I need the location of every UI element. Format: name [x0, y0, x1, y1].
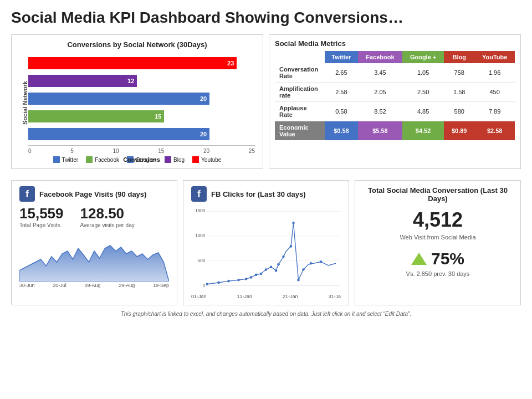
svg-text:0: 0	[203, 283, 206, 288]
metrics-header-cell: Facebook	[358, 51, 402, 63]
svg-point-18	[270, 265, 273, 268]
metrics-header-cell: Twitter	[325, 51, 358, 63]
svg-point-19	[275, 269, 278, 272]
bar-row: 23	[28, 55, 255, 71]
metrics-panel: Social Media Metrics TwitterFacebookGoog…	[269, 34, 521, 169]
metrics-cell: 758	[444, 63, 474, 83]
metrics-cell: 3.45	[358, 63, 402, 83]
metrics-cell: $0.89	[444, 121, 474, 141]
clicks-date: 31-Ja	[328, 294, 341, 299]
metrics-header-cell: Google +	[402, 51, 444, 63]
metrics-cell: $0.58	[325, 121, 358, 141]
metrics-cell: $4.52	[402, 121, 444, 141]
metrics-cell: 4.85	[402, 102, 444, 121]
bar-row: 20	[28, 91, 255, 106]
metrics-row-label: Applause Rate	[275, 102, 325, 121]
fb-date: 20-Jul	[53, 283, 66, 288]
line-chart: 1500 1000 500 0	[191, 207, 341, 290]
footer-note: This graph/chart is linked to excel, and…	[11, 311, 521, 317]
metrics-row-label: Amplification rate	[275, 83, 325, 102]
bar-fill: 23	[28, 57, 237, 69]
metrics-row-label: Conversation Rate	[275, 63, 325, 83]
svg-text:1500: 1500	[195, 208, 205, 213]
svg-point-23	[292, 222, 295, 224]
x-tick: 0	[28, 148, 32, 154]
metrics-cell: 2.58	[325, 83, 358, 102]
fb-stats: 15,559 Total Page Visits 128.50 Average …	[19, 205, 169, 228]
pct-value: 75%	[431, 249, 464, 268]
social-total-title: Total Social Media Conversation (Last 30…	[363, 186, 513, 203]
svg-point-10	[217, 282, 220, 284]
clicks-date: 11-Jan	[237, 294, 252, 299]
metrics-table: TwitterFacebookGoogle +BlogYouTube Conve…	[275, 51, 515, 140]
x-dates: 30-Jun20-Jul09-Aug29-Aug18-Sep	[19, 283, 169, 288]
x-axis-label: Conversions	[28, 156, 255, 163]
svg-point-24	[297, 279, 300, 282]
metrics-cell: 1.96	[474, 63, 515, 83]
social-total-panel: Total Social Media Conversation (Last 30…	[355, 180, 521, 305]
svg-point-12	[237, 279, 240, 282]
fb-visits-title: Facebook Page Visits (90 days)	[39, 190, 146, 198]
fb-date: 30-Jun	[19, 283, 35, 288]
bar-chart-panel: Conversions by Social Network (30Days) S…	[11, 34, 263, 169]
fb-visits-header: f Facebook Page Visits (90 days)	[19, 186, 169, 202]
metrics-header-cell: Blog	[444, 51, 474, 63]
x-tick: 15	[158, 148, 164, 154]
metrics-cell: $5.58	[358, 121, 402, 141]
page-title: Social Media KPI Dashboard Showing Conve…	[11, 9, 521, 27]
avg-visits-value: 128.50	[80, 205, 135, 222]
bar-fill: 20	[28, 128, 209, 140]
bar-chart-inner: 2312201520 0510152025 Conversions	[28, 53, 255, 153]
pct-label: Vs. 2,850 prev. 30 days	[363, 270, 513, 277]
up-triangle-icon	[411, 253, 427, 265]
metrics-cell: 2.65	[325, 63, 358, 83]
metrics-cell: 0.58	[325, 102, 358, 121]
y-axis-label: Social Network	[19, 53, 28, 153]
percentage-row: 75%	[363, 249, 513, 268]
bar-fill: 15	[28, 110, 164, 122]
svg-point-11	[227, 280, 230, 283]
bar-fill: 12	[28, 75, 137, 87]
metrics-cell: 2.05	[358, 83, 402, 102]
x-axis: 0510152025	[28, 145, 255, 154]
metrics-cell: 1.05	[402, 63, 444, 83]
metrics-cell: 580	[444, 102, 474, 121]
metrics-cell: 7.89	[474, 102, 515, 121]
metrics-title: Social Media Metrics	[275, 39, 515, 48]
metrics-cell: 2.50	[402, 83, 444, 102]
total-social-label: Web Visit from Social Media	[363, 234, 513, 241]
svg-point-13	[245, 278, 248, 280]
facebook-icon: f	[19, 186, 35, 202]
svg-point-16	[260, 273, 263, 275]
bar-row: 20	[28, 126, 255, 142]
avg-visits-label: Average visits per day	[80, 222, 135, 228]
metrics-row-label: Economic Value	[275, 121, 325, 141]
bar-row: 12	[28, 73, 255, 89]
total-social-value: 4,512	[363, 208, 513, 232]
x-tick: 20	[203, 148, 209, 154]
svg-marker-0	[19, 245, 169, 282]
svg-text:1000: 1000	[195, 233, 205, 238]
svg-point-27	[320, 260, 323, 263]
metrics-cell: 1.58	[444, 83, 474, 102]
metrics-cell: 8.52	[358, 102, 402, 121]
x-tick: 10	[112, 148, 119, 154]
x-tick: 25	[249, 148, 255, 154]
x-dates-clicks: 01-Jan11-Jan21-Jan31-Ja	[191, 294, 341, 299]
metrics-cell: 450	[474, 83, 515, 102]
fb-date: 29-Aug	[119, 283, 135, 288]
svg-point-25	[302, 268, 305, 271]
fb-clicks-title: FB Clicks for (Last 30 days)	[211, 190, 306, 198]
fb-clicks-panel: f FB Clicks for (Last 30 days) 1500 1000…	[183, 180, 349, 305]
total-visits-value: 15,559	[19, 205, 64, 222]
clicks-date: 01-Jan	[191, 294, 207, 299]
bar-row: 15	[28, 109, 255, 124]
svg-point-26	[310, 262, 313, 265]
metrics-cell: $2.58	[474, 121, 515, 141]
fb-clicks-header: f FB Clicks for (Last 30 days)	[191, 186, 341, 202]
svg-point-20	[277, 263, 280, 266]
bar-chart-title: Conversions by Social Network (30Days)	[19, 40, 255, 49]
fb-date: 09-Aug	[84, 283, 100, 288]
svg-point-9	[206, 283, 209, 285]
svg-text:500: 500	[198, 258, 206, 263]
